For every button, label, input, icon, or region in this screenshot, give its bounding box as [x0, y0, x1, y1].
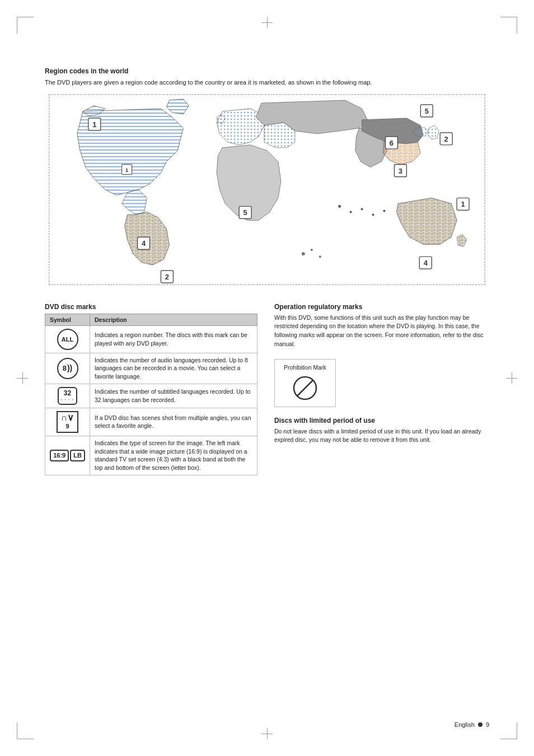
svg-text:1: 1 [461, 200, 465, 208]
corner-bl [17, 722, 34, 739]
description-audio: Indicates the number of audio languages … [90, 353, 257, 384]
svg-point-30 [319, 255, 321, 258]
dvd-disc-marks-title: DVD disc marks [45, 303, 257, 311]
angle-symbol: ∩∨ 9 [57, 411, 79, 433]
audio-symbol: 8 )) [57, 358, 78, 379]
aspect-symbol: 16:9 LB [50, 450, 85, 461]
prohibition-circle-icon [291, 374, 319, 402]
corner-tr [500, 17, 517, 34]
svg-text:3: 3 [399, 166, 402, 175]
svg-text:4: 4 [424, 259, 428, 267]
svg-text:2: 2 [444, 134, 448, 143]
operation-regulatory-text: With this DVD, some functions of this un… [274, 314, 489, 349]
svg-text:5: 5 [243, 208, 247, 217]
table-row: ∩∨ 9 If a DVD disc has scenes shot from … [45, 408, 257, 436]
description-subtitle: Indicates the number of subtitled langua… [90, 384, 257, 408]
svg-point-26 [372, 213, 374, 216]
symbol-aspect: 16:9 LB [45, 436, 90, 475]
discs-limited-title: Discs with limited period of use [274, 417, 489, 424]
svg-point-23 [338, 204, 341, 207]
svg-text:1: 1 [92, 120, 96, 128]
table-row: ALL Indicates a region number. The discs… [45, 325, 257, 353]
footer-dot [478, 722, 483, 727]
table-row: 32 · · · · Indicates the number of subti… [45, 384, 257, 408]
world-map-svg: 1 4 2 2 5 [49, 94, 485, 285]
svg-point-24 [350, 211, 352, 213]
col-symbol: Symbol [45, 314, 90, 325]
region-codes-title: Region codes in the world [45, 67, 489, 75]
page-footer: English 9 [455, 721, 489, 728]
symbol-audio: 8 )) [45, 353, 90, 384]
symbol-angle: ∩∨ 9 [45, 408, 90, 436]
page: Region codes in the world The DVD player… [0, 0, 534, 756]
svg-point-28 [302, 252, 305, 255]
dvd-disc-marks-section: DVD disc marks Symbol Description ALL In… [45, 303, 257, 475]
svg-point-25 [361, 208, 363, 210]
operation-regulatory-section: Operation regulatory marks With this DVD… [274, 303, 489, 475]
region-codes-intro: The DVD players are given a region code … [45, 78, 437, 87]
description-angle: If a DVD disc has scenes shot from multi… [90, 408, 257, 436]
disc-marks-table: Symbol Description ALL Indicates a regio… [45, 314, 257, 475]
symbol-all: ALL [45, 325, 90, 353]
col-description: Description [90, 314, 257, 325]
operation-regulatory-title: Operation regulatory marks [274, 303, 489, 311]
crosshair-left [17, 372, 28, 384]
subtitle-symbol: 32 · · · · [58, 387, 77, 405]
svg-text:6: 6 [390, 138, 394, 147]
table-row: 8 )) Indicates the number of audio langu… [45, 353, 257, 384]
description-all: Indicates a region number. The discs wit… [90, 325, 257, 353]
corner-tl [17, 17, 34, 34]
svg-point-29 [311, 249, 313, 251]
corner-br [500, 722, 517, 739]
svg-point-27 [383, 209, 385, 212]
svg-text:1: 1 [125, 166, 129, 172]
prohibition-mark-label: Prohibition Mark [284, 364, 326, 371]
svg-text:5: 5 [425, 106, 429, 115]
description-aspect: Indicates the type of screen for the ima… [90, 436, 257, 475]
discs-limited-text: Do not leave discs with a limited period… [274, 427, 489, 445]
all-symbol: ALL [57, 329, 78, 350]
footer-page-number: 9 [486, 721, 489, 728]
footer-language: English [455, 721, 475, 728]
svg-text:4: 4 [142, 239, 146, 248]
svg-text:2: 2 [165, 273, 169, 281]
crosshair-right [506, 372, 517, 384]
crosshair-top [261, 17, 273, 28]
table-row: 16:9 LB Indicates the type of screen for… [45, 436, 257, 475]
two-col-section: DVD disc marks Symbol Description ALL In… [45, 303, 489, 475]
svg-line-46 [297, 380, 313, 396]
crosshair-bottom [261, 728, 273, 739]
world-map-container: 1 4 2 2 5 [49, 94, 485, 286]
symbol-subtitle: 32 · · · · [45, 384, 90, 408]
prohibition-mark-box: Prohibition Mark [274, 359, 336, 407]
